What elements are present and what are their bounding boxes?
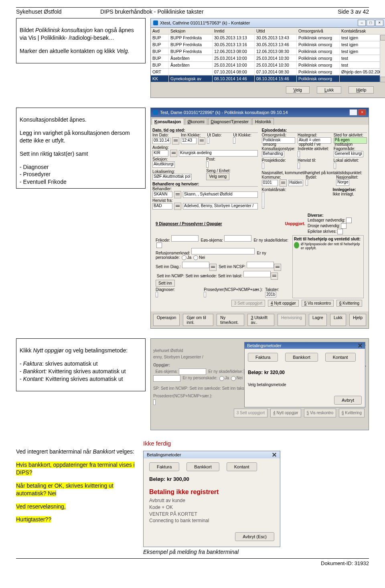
kommune-text[interactable]: Halden bbox=[288, 180, 304, 186]
bankkort-button[interactable]: Bankkort bbox=[285, 353, 318, 362]
utdato-field[interactable] bbox=[207, 137, 209, 144]
minimize-button[interactable]: – bbox=[349, 109, 357, 116]
scrollbar[interactable] bbox=[380, 35, 385, 82]
table-row[interactable]: BUPÅsebråten25.03.2014 10:0025.03.2014 1… bbox=[151, 55, 385, 62]
lookup-icon[interactable] bbox=[170, 150, 177, 157]
seksjon-field[interactable]: Akuttkirurgi bbox=[152, 161, 175, 168]
table-row[interactable]: BUPÅsebråten25.03.2014 10:0025.03.2014 1… bbox=[151, 62, 385, 69]
velg-button[interactable]: Velg bbox=[286, 86, 310, 94]
lookup-icon[interactable] bbox=[274, 264, 281, 271]
henvisttil-field[interactable] bbox=[298, 163, 300, 169]
col-avd[interactable]: Avd bbox=[151, 28, 169, 34]
stepper-icon[interactable] bbox=[198, 137, 205, 144]
sett-uoppgjort-button[interactable]: 3 Sett uoppgjort bbox=[231, 300, 265, 307]
col-seksjon[interactable]: Seksjon bbox=[169, 28, 213, 34]
indirekte-field[interactable] bbox=[298, 151, 300, 157]
avdeling-code[interactable]: KIR bbox=[152, 150, 168, 157]
minimize-button[interactable]: – bbox=[358, 20, 366, 26]
takst-field[interactable] bbox=[243, 271, 271, 277]
nasjon-field[interactable]: Norge bbox=[336, 179, 349, 186]
behandler-text[interactable]: Skann, , Sykehuset Østfold bbox=[183, 191, 258, 198]
table-row[interactable]: BUPBUPP Fredriksta30.05.2013 13:1330.05.… bbox=[151, 35, 385, 41]
diag-field[interactable] bbox=[182, 262, 209, 268]
kommune-code[interactable]: 0101 bbox=[262, 180, 278, 186]
settinn-button[interactable]: Sett inn bbox=[156, 280, 175, 287]
bankkort-button[interactable]: Bankkort bbox=[186, 462, 219, 471]
table-row[interactable]: ORT07.10.2014 08:0007.10.2014 08:30Polik… bbox=[151, 69, 385, 75]
f[interactable] bbox=[153, 375, 180, 382]
sett-uoppgjort-button[interactable]: 3 Sett uoppgjort bbox=[234, 409, 268, 417]
henvistfra-code[interactable]: BAD bbox=[152, 203, 172, 210]
inndato-field[interactable]: 09.10.14 bbox=[152, 138, 170, 144]
frikode-field[interactable] bbox=[171, 235, 199, 242]
sted-field[interactable]: På egen institusjon bbox=[334, 137, 367, 144]
omsorgsniva-field[interactable]: Poliklinisk omsorg bbox=[262, 137, 296, 144]
kontaktarsak-field[interactable] bbox=[262, 192, 264, 209]
faktura-button[interactable]: Faktura bbox=[248, 353, 278, 362]
pros-list[interactable] bbox=[153, 399, 156, 405]
faktura-button[interactable]: Faktura bbox=[149, 462, 179, 471]
col-uttid[interactable]: Uttid bbox=[255, 28, 297, 34]
calendar-icon[interactable] bbox=[172, 137, 179, 144]
henvisning-button[interactable]: Henvisning bbox=[278, 314, 306, 326]
prosedyrer-list[interactable] bbox=[204, 292, 206, 297]
velg-seng-button[interactable]: Velg seng bbox=[206, 173, 229, 180]
nyskade-checkbox[interactable] bbox=[156, 242, 162, 248]
hjelp-button[interactable]: Hjelp bbox=[349, 86, 374, 94]
lukk-button[interactable]: Lukk bbox=[317, 86, 341, 94]
innklokke-field[interactable]: 12:43 bbox=[181, 138, 197, 144]
eos-field[interactable] bbox=[224, 235, 251, 242]
diagnoser-list[interactable] bbox=[156, 292, 158, 297]
kvittering-button[interactable]: 6 Kvittering bbox=[336, 300, 362, 307]
nytt-oppgjor-button[interactable]: 4 Nytt oppgjør bbox=[270, 409, 301, 417]
ja-radio[interactable] bbox=[219, 376, 224, 381]
nytt-oppgjor-button[interactable]: 4 Nytt oppgjør bbox=[268, 300, 299, 307]
lokalisering-field[interactable]: SØF Akuttmottak pol bbox=[152, 174, 192, 180]
close-icon[interactable] bbox=[358, 343, 363, 348]
vis-reskontro-button[interactable]: 5 Vis reskontro bbox=[302, 300, 334, 307]
vis-reskontro-button[interactable]: 5 Vis reskontro bbox=[304, 409, 336, 417]
lookup-icon[interactable] bbox=[271, 273, 278, 280]
lukk-button[interactable]: Lukk bbox=[330, 314, 346, 326]
lookup-icon[interactable] bbox=[174, 203, 181, 210]
konstype-field[interactable]: Behandling bbox=[262, 151, 284, 157]
col-omsorg[interactable]: Omsorgsnivå bbox=[297, 28, 340, 34]
kontant-button[interactable]: Kontant bbox=[227, 462, 257, 471]
post-field[interactable] bbox=[206, 161, 209, 168]
col-inntid[interactable]: Inntid bbox=[213, 28, 255, 34]
fagomrade-field[interactable]: Generell kirurgi bbox=[334, 151, 363, 157]
takster-list[interactable]: 201b bbox=[265, 292, 276, 297]
kontant-button[interactable]: Kontant bbox=[325, 353, 356, 362]
lagre-button[interactable]: Lagre bbox=[309, 314, 327, 326]
bydel-field[interactable] bbox=[306, 179, 308, 186]
tab-historikk[interactable]: Historikk bbox=[252, 118, 274, 125]
table-row[interactable]: BUPBUPP Fredriksta30.05.2013 13:1630.05.… bbox=[151, 41, 385, 48]
avdeling-text[interactable]: Kirurgisk avdeling bbox=[179, 150, 258, 157]
utklokke-field[interactable] bbox=[233, 137, 235, 144]
hastegrad-field[interactable]: Akutt = uten opphold / ve bbox=[298, 137, 331, 144]
kvittering-button[interactable]: 6 Kvittering bbox=[339, 409, 365, 417]
utskrift-button[interactable]: 3 Utskrift av.. bbox=[247, 314, 275, 326]
drosje-checkbox[interactable] bbox=[341, 223, 346, 229]
tab-okonomi[interactable]: Økonomi bbox=[185, 118, 207, 125]
nei-radio[interactable] bbox=[231, 376, 236, 381]
tab-konsultasjon[interactable]: Konsultasjon bbox=[152, 118, 184, 125]
behandler-code[interactable]: SKANN bbox=[152, 191, 172, 198]
ncsp-field[interactable] bbox=[247, 262, 274, 268]
hjelp-button[interactable]: Hjelp bbox=[349, 314, 366, 326]
refusjon-field[interactable] bbox=[191, 248, 255, 254]
operasjon-button[interactable]: Operasjon bbox=[153, 314, 180, 326]
personskade-nei-radio[interactable] bbox=[193, 255, 198, 260]
table-row[interactable]: BUPBUPP Fredriksta12.06.2013 08:0012.06.… bbox=[151, 48, 385, 55]
henvistfra-text[interactable]: Adelved, Benny, Storbyen Legesenter / bbox=[183, 203, 258, 210]
lookup-icon[interactable] bbox=[209, 264, 217, 271]
avbryt-esc-button[interactable]: Avbryt (Esc) bbox=[235, 532, 274, 541]
close-button[interactable]: × bbox=[358, 109, 366, 116]
epikrise-checkbox[interactable] bbox=[337, 229, 343, 234]
col-kontaktarsak[interactable]: Kontaktårsak bbox=[340, 28, 385, 34]
maximize-button[interactable]: □ bbox=[367, 20, 375, 26]
close-icon[interactable] bbox=[272, 452, 277, 457]
personskade-ja-radio[interactable] bbox=[182, 255, 186, 260]
lookup-icon[interactable] bbox=[174, 191, 181, 198]
avbryt-button[interactable]: Avbryt bbox=[334, 396, 362, 405]
